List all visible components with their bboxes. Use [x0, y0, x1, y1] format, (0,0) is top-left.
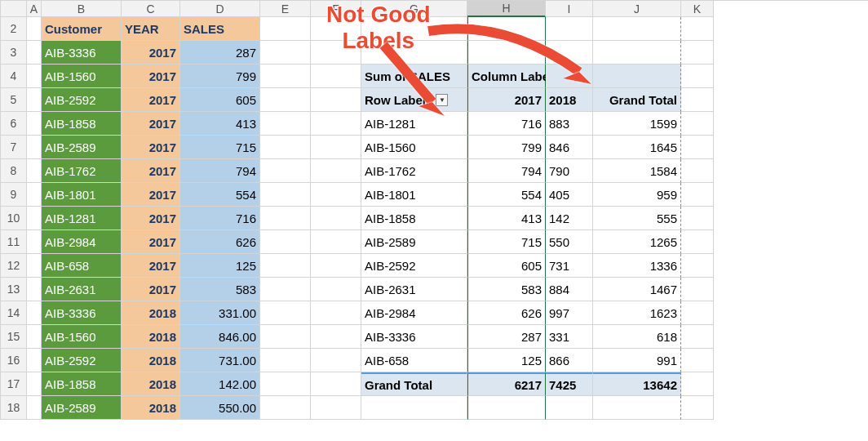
col-header-I[interactable]: I	[546, 1, 593, 17]
cell-J13[interactable]: 1467	[593, 278, 681, 301]
cell-D3[interactable]: 287	[180, 41, 260, 65]
cell-G2[interactable]	[361, 17, 467, 41]
cell-I10[interactable]: 142	[546, 207, 593, 230]
cell-A8[interactable]	[27, 159, 42, 183]
cell-D4[interactable]: 799	[180, 65, 260, 88]
cell-E3[interactable]	[260, 41, 311, 65]
col-header-E[interactable]: E	[260, 1, 311, 17]
row-header-5[interactable]: 5	[1, 88, 27, 112]
cell-E17[interactable]	[260, 372, 311, 396]
cell-F10[interactable]	[311, 207, 361, 230]
cell-I2[interactable]	[546, 17, 593, 41]
cell-K5[interactable]	[681, 88, 714, 112]
cell-F11[interactable]	[311, 230, 361, 254]
cell-G17[interactable]: Grand Total	[361, 372, 467, 396]
cell-I11[interactable]: 550	[546, 230, 593, 254]
cell-D14[interactable]: 331.00	[180, 301, 260, 325]
cell-E18[interactable]	[260, 396, 311, 420]
cell-A5[interactable]	[27, 88, 42, 112]
cell-H7[interactable]: 799	[467, 136, 546, 159]
cell-I16[interactable]: 866	[546, 349, 593, 372]
cell-C9[interactable]: 2017	[122, 183, 180, 207]
cell-F5[interactable]	[311, 88, 361, 112]
cell-G9[interactable]: AIB-1801	[361, 183, 467, 207]
row-header-6[interactable]: 6	[1, 112, 27, 136]
cell-E6[interactable]	[260, 112, 311, 136]
cell-H6[interactable]: 716	[467, 112, 546, 136]
row-header-16[interactable]: 16	[1, 349, 27, 372]
cell-K15[interactable]	[681, 325, 714, 349]
cell-K3[interactable]	[681, 41, 714, 65]
cell-C2[interactable]: YEAR	[122, 17, 180, 41]
row-header-8[interactable]: 8	[1, 159, 27, 183]
cell-E9[interactable]	[260, 183, 311, 207]
cell-J4[interactable]	[593, 65, 681, 88]
row-labels-dropdown-icon[interactable]: ▼	[436, 94, 448, 106]
cell-D13[interactable]: 583	[180, 278, 260, 301]
cell-F14[interactable]	[311, 301, 361, 325]
cell-H2[interactable]	[467, 17, 546, 41]
cell-C3[interactable]: 2017	[122, 41, 180, 65]
cell-G4[interactable]: Sum of SALES	[361, 65, 467, 88]
cell-F4[interactable]	[311, 65, 361, 88]
cell-A11[interactable]	[27, 230, 42, 254]
cell-K18[interactable]	[681, 396, 714, 420]
cell-E2[interactable]	[260, 17, 311, 41]
cell-E13[interactable]	[260, 278, 311, 301]
cell-F2[interactable]	[311, 17, 361, 41]
cell-I9[interactable]: 405	[546, 183, 593, 207]
cell-D16[interactable]: 731.00	[180, 349, 260, 372]
cell-K11[interactable]	[681, 230, 714, 254]
cell-C7[interactable]: 2017	[122, 136, 180, 159]
cell-H9[interactable]: 554	[467, 183, 546, 207]
cell-E16[interactable]	[260, 349, 311, 372]
col-header-F[interactable]: F	[311, 1, 361, 17]
cell-H15[interactable]: 287	[467, 325, 546, 349]
cell-C4[interactable]: 2017	[122, 65, 180, 88]
cell-D12[interactable]: 125	[180, 254, 260, 278]
cell-F8[interactable]	[311, 159, 361, 183]
cell-D17[interactable]: 142.00	[180, 372, 260, 396]
cell-C5[interactable]: 2017	[122, 88, 180, 112]
cell-K9[interactable]	[681, 183, 714, 207]
cell-I18[interactable]	[546, 396, 593, 420]
cell-B10[interactable]: AIB-1281	[42, 207, 122, 230]
cell-J15[interactable]: 618	[593, 325, 681, 349]
cell-D6[interactable]: 413	[180, 112, 260, 136]
cell-B5[interactable]: AIB-2592	[42, 88, 122, 112]
cell-J2[interactable]	[593, 17, 681, 41]
row-header-17[interactable]: 17	[1, 372, 27, 396]
cell-C16[interactable]: 2018	[122, 349, 180, 372]
cell-A6[interactable]	[27, 112, 42, 136]
cell-I7[interactable]: 846	[546, 136, 593, 159]
cell-D8[interactable]: 794	[180, 159, 260, 183]
cell-B16[interactable]: AIB-2592	[42, 349, 122, 372]
cell-E11[interactable]	[260, 230, 311, 254]
cell-C10[interactable]: 2017	[122, 207, 180, 230]
cell-D2[interactable]: SALES	[180, 17, 260, 41]
col-header-C[interactable]: C	[122, 1, 180, 17]
cell-H10[interactable]: 413	[467, 207, 546, 230]
cell-D18[interactable]: 550.00	[180, 396, 260, 420]
cell-G15[interactable]: AIB-3336	[361, 325, 467, 349]
cell-D11[interactable]: 626	[180, 230, 260, 254]
cell-B18[interactable]: AIB-2589	[42, 396, 122, 420]
cell-A16[interactable]	[27, 349, 42, 372]
cell-K17[interactable]	[681, 372, 714, 396]
cell-B9[interactable]: AIB-1801	[42, 183, 122, 207]
cell-E4[interactable]	[260, 65, 311, 88]
row-header-10[interactable]: 10	[1, 207, 27, 230]
cell-G10[interactable]: AIB-1858	[361, 207, 467, 230]
cell-K16[interactable]	[681, 349, 714, 372]
row-header-18[interactable]: 18	[1, 396, 27, 420]
row-header-9[interactable]: 9	[1, 183, 27, 207]
cell-K7[interactable]	[681, 136, 714, 159]
cell-D15[interactable]: 846.00	[180, 325, 260, 349]
cell-B17[interactable]: AIB-1858	[42, 372, 122, 396]
row-header-12[interactable]: 12	[1, 254, 27, 278]
cell-J8[interactable]: 1584	[593, 159, 681, 183]
cell-K13[interactable]	[681, 278, 714, 301]
cell-C13[interactable]: 2017	[122, 278, 180, 301]
cell-A15[interactable]	[27, 325, 42, 349]
cell-K2[interactable]	[681, 17, 714, 41]
